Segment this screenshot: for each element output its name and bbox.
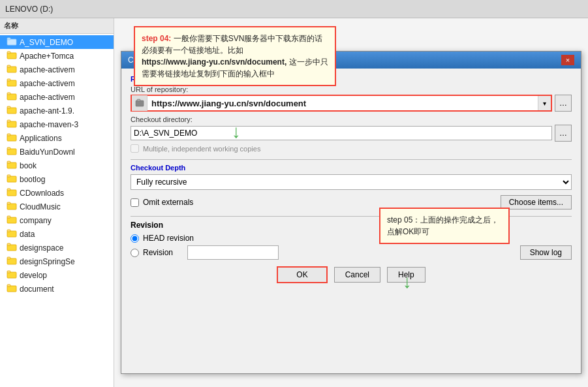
cancel-button[interactable]: Cancel [334, 267, 380, 283]
explorer-item[interactable]: apache-maven-3 [0, 117, 114, 131]
svg-rect-31 [7, 243, 10, 245]
explorer-item[interactable]: book [0, 159, 114, 172]
head-revision-radio[interactable] [131, 234, 139, 243]
svg-rect-37 [7, 285, 10, 286]
explorer-item[interactable]: apache-ant-1.9. [0, 104, 114, 117]
folder-icon [7, 187, 20, 198]
svg-rect-33 [7, 257, 10, 259]
explorer-item-label: apache-maven-3 [20, 120, 78, 129]
separator-1 [131, 159, 572, 160]
explorer-item-label: bootlog [20, 175, 45, 184]
checkout-depth-label: Checkout Depth [131, 164, 572, 172]
explorer-item[interactable]: document [0, 282, 114, 296]
explorer-item[interactable]: apache-activem [0, 63, 114, 76]
title-bar-text: LENOVO (D:) [5, 5, 53, 14]
revision-radio[interactable] [131, 249, 139, 257]
explorer-item[interactable]: A_SVN_DEMO [0, 35, 114, 49]
explorer-item-label: develop [20, 271, 47, 280]
svg-rect-17 [7, 147, 10, 149]
url-dropdown[interactable]: ▾ [538, 96, 551, 110]
revision-text-input[interactable] [187, 245, 279, 260]
svg-rect-1 [7, 38, 10, 40]
svg-rect-21 [7, 175, 10, 177]
folder-icon [7, 91, 20, 102]
explorer-item[interactable]: data [0, 227, 114, 241]
folder-icon [7, 50, 20, 61]
svn-dialog: Checkout × Repository URL of repository:… [121, 51, 581, 374]
folder-icon [7, 174, 20, 185]
explorer-item-label: apache-activem [20, 93, 75, 102]
svg-rect-19 [7, 161, 10, 163]
explorer-item-label: CloudMusic [20, 202, 61, 211]
folder-icon [7, 78, 20, 89]
explorer-item[interactable]: Applications [0, 131, 114, 145]
svg-rect-38 [136, 101, 144, 106]
explorer-item[interactable]: bootlog [0, 172, 114, 186]
explorer-item[interactable]: CDownloads [0, 186, 114, 200]
ok-button[interactable]: OK [277, 266, 327, 283]
explorer-item[interactable]: company [0, 213, 114, 227]
depth-select[interactable]: Fully recursive [131, 174, 572, 190]
checkout-dir-label: Checkout directory: [131, 116, 572, 123]
omit-externals-label: Omit externals [143, 198, 193, 207]
url-icon [132, 95, 147, 111]
svg-rect-11 [7, 106, 10, 108]
dialog-overlay: step 04: 一般你需要下载SVN服务器中下载东西的话必须要有一个链接地址。… [114, 18, 588, 387]
svn-dialog-body: Repository URL of repository: ▾ … Checko… [121, 69, 581, 290]
explorer-item-label: designSpringSe [20, 257, 75, 266]
checkout-dir-input[interactable] [131, 126, 552, 140]
title-bar: LENOVO (D:) [0, 0, 588, 18]
folder-icon [7, 160, 20, 171]
multiple-copies-label: Multiple, independent working copies [143, 145, 260, 153]
arrow-step04: ↓ [232, 123, 241, 141]
folder-icon [7, 64, 20, 75]
explorer-item[interactable]: apache-activem [0, 76, 114, 90]
svg-rect-5 [7, 65, 10, 67]
folder-icon [7, 201, 20, 212]
annotation-step04: step 04: 一般你需要下载SVN服务器中下载东西的话必须要有一个链接地址。… [134, 26, 336, 86]
explorer-item[interactable]: BaiduYunDownl [0, 145, 114, 159]
annotation-step05: step 05：上面的操作完成之后，点解OK即可 [379, 208, 510, 244]
head-revision-label: HEAD revision [143, 234, 194, 243]
arrow-step05: ↓ [403, 273, 412, 291]
revision-input-row: Revision Show log [131, 245, 572, 260]
explorer-item-label: apache-ant-1.9. [20, 106, 74, 116]
folder-icon [7, 242, 20, 253]
explorer-item-label: book [20, 161, 37, 170]
explorer-item[interactable]: designspace [0, 241, 114, 255]
svg-rect-35 [7, 271, 10, 273]
explorer-item-label: designspace [20, 243, 63, 253]
depth-select-row: Fully recursive [131, 174, 572, 190]
svg-rect-15 [7, 134, 10, 136]
folder-icon [7, 105, 20, 116]
svg-rect-7 [7, 79, 10, 81]
explorer-item[interactable]: CloudMusic [0, 200, 114, 213]
explorer-item[interactable]: develop [0, 268, 114, 282]
choose-items-button[interactable]: Choose items... [501, 195, 572, 209]
multiple-copies-checkbox[interactable] [131, 144, 139, 153]
omit-externals-checkbox[interactable] [131, 198, 139, 207]
url-field-label: URL of repository: [131, 85, 572, 93]
svg-rect-13 [7, 120, 10, 122]
revision-radio-label: Revision [143, 248, 173, 257]
folder-icon [7, 270, 20, 281]
folder-icon [7, 283, 20, 294]
url-input[interactable] [147, 99, 538, 108]
explorer-item[interactable]: apache-activem [0, 90, 114, 104]
svg-rect-29 [7, 230, 10, 232]
explorer-item-label: Applications [20, 134, 62, 143]
svg-rect-25 [7, 202, 10, 204]
checkout-dir-browse-button[interactable]: … [555, 125, 572, 142]
svg-rect-9 [7, 93, 10, 95]
svn-dialog-close-button[interactable]: × [561, 55, 574, 65]
url-row: ▾ … [131, 95, 572, 112]
show-log-button[interactable]: Show log [520, 245, 572, 260]
explorer-item-label: company [20, 216, 52, 225]
explorer-item-label: Apache+Tomca [20, 52, 74, 61]
explorer-item[interactable]: designSpringSe [0, 255, 114, 268]
explorer-item-label: document [20, 285, 54, 294]
url-browse-button[interactable]: … [555, 95, 572, 112]
svg-rect-39 [137, 99, 140, 101]
explorer-item-label: data [20, 230, 35, 239]
explorer-item[interactable]: Apache+Tomca [0, 49, 114, 63]
